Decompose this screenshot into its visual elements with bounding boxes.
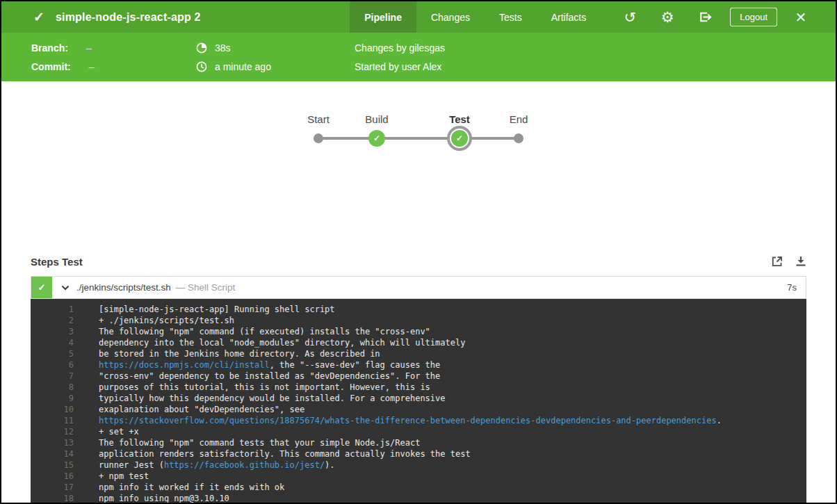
log-segment: dependency into the local "node_modules"… xyxy=(99,338,465,348)
log-segment: "cross-env" dependency to be installed a… xyxy=(99,371,440,381)
log-text: "cross-env" dependency to be installed a… xyxy=(74,371,440,382)
node-label-build: Build xyxy=(365,113,388,125)
gear-icon[interactable]: ⚙ xyxy=(659,9,676,26)
log-text: [simple-node-js-react-app] Running shell… xyxy=(74,304,335,315)
log-segment: runner Jest ( xyxy=(99,460,164,470)
clock-icon xyxy=(196,61,207,72)
log-line: 15runner Jest (https://facebook.github.i… xyxy=(31,460,806,471)
time-ago-value: a minute ago xyxy=(215,61,271,72)
duration-row: 38s xyxy=(196,42,355,54)
log-segment: purposes of this tutorial, this is not i… xyxy=(99,382,430,392)
log-link[interactable]: https://docs.npmjs.com/cli/install xyxy=(99,360,270,370)
line-number[interactable]: 2 xyxy=(31,315,74,326)
console-log[interactable]: 1[simple-node-js-react-app] Running shel… xyxy=(31,299,806,503)
branch-label: Branch: xyxy=(31,42,68,54)
changes-by: Changes by gilesgas xyxy=(355,42,836,54)
log-text: purposes of this tutorial, this is not i… xyxy=(74,382,430,393)
line-number[interactable]: 15 xyxy=(31,460,74,471)
commit-label: Commit: xyxy=(31,61,71,72)
download-icon[interactable] xyxy=(795,255,806,268)
log-line: 11https://stackoverflow.com/questions/18… xyxy=(31,415,806,426)
tab-changes[interactable]: Changes xyxy=(416,1,485,33)
tab-tests[interactable]: Tests xyxy=(485,1,537,33)
log-link[interactable]: https://stackoverflow.com/questions/1887… xyxy=(99,416,717,425)
log-text: dependency into the local "node_modules"… xyxy=(74,337,465,348)
commit-row: Commit: – xyxy=(31,61,196,72)
line-number[interactable]: 17 xyxy=(31,482,74,493)
chevron-down-icon[interactable] xyxy=(52,277,76,298)
log-segment: npm info it worked if it ends with ok xyxy=(99,482,284,492)
log-line: 16+ npm test xyxy=(31,471,806,482)
pipeline-node-build[interactable]: ✓ xyxy=(368,130,385,147)
log-segment: + npm test xyxy=(99,471,149,481)
log-segment: npm info using npm@3.10.10 xyxy=(99,494,229,503)
line-number[interactable]: 6 xyxy=(31,359,74,371)
step-duration: 7s xyxy=(787,277,806,298)
log-text: runner Jest (https://facebook.github.io/… xyxy=(74,460,335,471)
log-segment: be stored in the Jenkins home directory.… xyxy=(99,349,380,359)
line-number[interactable]: 11 xyxy=(31,415,74,426)
node-success-check-icon: ✓ xyxy=(451,130,468,147)
logout-arrow-icon[interactable] xyxy=(697,9,713,26)
log-segment: + set +x xyxy=(99,427,139,437)
line-number[interactable]: 12 xyxy=(31,426,74,437)
log-line: 10exaplanation about "devDependencies", … xyxy=(31,404,806,415)
line-number[interactable]: 1 xyxy=(31,304,74,315)
pipeline-node-end xyxy=(514,133,523,143)
log-line: 6https://docs.npmjs.com/cli/install, the… xyxy=(31,359,806,371)
log-segment: ). xyxy=(325,460,334,470)
log-segment: exaplanation about "devDependencies", se… xyxy=(99,405,304,414)
pipeline-graph: Start Build Test End ✓ ✓ xyxy=(1,81,836,237)
run-title: simple-node-js-react-app 2 xyxy=(56,11,201,24)
log-line: 2+ ./jenkins/scripts/test.sh xyxy=(31,315,806,326)
log-line: 13The following "npm" command tests that… xyxy=(31,437,806,448)
pipeline-edge xyxy=(318,137,519,140)
log-segment: . xyxy=(717,416,722,425)
log-line: 8purposes of this tutorial, this is not … xyxy=(31,382,806,393)
log-text: The following "npm" command (if executed… xyxy=(74,326,430,337)
tab-pipeline[interactable]: Pipeline xyxy=(350,1,416,33)
log-line: 12+ set +x xyxy=(31,426,806,437)
close-icon[interactable]: ✕ xyxy=(793,9,809,26)
line-number[interactable]: 16 xyxy=(31,471,74,482)
line-number[interactable]: 14 xyxy=(31,448,74,460)
line-number[interactable]: 5 xyxy=(31,348,74,359)
line-number[interactable]: 10 xyxy=(31,404,74,415)
steps-section: Steps Test ✓ xyxy=(31,254,806,503)
log-text: + set +x xyxy=(74,426,139,437)
top-bar: ✓ simple-node-js-react-app 2 Pipeline Ch… xyxy=(1,1,836,33)
tab-bar: Pipeline Changes Tests Artifacts xyxy=(350,1,601,33)
line-number[interactable]: 4 xyxy=(31,337,74,348)
log-line: 3The following "npm" command (if execute… xyxy=(31,326,806,337)
pipeline-node-test-selected[interactable]: ✓ xyxy=(447,126,472,151)
pipeline-node-start xyxy=(314,133,323,143)
log-link[interactable]: https://facebook.github.io/jest/ xyxy=(164,460,325,470)
elapsed-time-icon xyxy=(196,42,207,54)
log-line: 14application renders satisfactorily. Th… xyxy=(31,448,806,460)
line-number[interactable]: 7 xyxy=(31,371,74,382)
logout-button[interactable]: Logout xyxy=(730,8,777,26)
run-success-check-icon: ✓ xyxy=(33,9,44,25)
log-text: be stored in the Jenkins home directory.… xyxy=(74,348,380,359)
refresh-icon[interactable]: ↺ xyxy=(621,9,638,26)
tab-artifacts[interactable]: Artifacts xyxy=(537,1,601,33)
log-text: application renders satisfactorily. This… xyxy=(74,448,471,460)
line-number[interactable]: 3 xyxy=(31,326,74,337)
log-text: + npm test xyxy=(74,471,149,482)
branch-row: Branch: – xyxy=(31,42,196,54)
line-number[interactable]: 8 xyxy=(31,382,74,393)
log-line: 18npm info using npm@3.10.10 xyxy=(31,493,806,503)
duration-value: 38s xyxy=(215,42,231,54)
line-number[interactable]: 9 xyxy=(31,393,74,404)
log-line: 4dependency into the local "node_modules… xyxy=(31,337,806,348)
line-number[interactable]: 13 xyxy=(31,437,74,448)
node-label-start: Start xyxy=(307,113,330,125)
step-row-shell-script[interactable]: ✓ ./jenkins/scripts/test.sh — Shell Scri… xyxy=(31,276,806,299)
started-by: Started by user Alex xyxy=(355,61,836,72)
open-in-new-icon[interactable] xyxy=(771,255,783,268)
line-number[interactable]: 18 xyxy=(31,493,74,503)
time-ago-row: a minute ago xyxy=(196,61,355,72)
log-text: exaplanation about "devDependencies", se… xyxy=(74,404,304,415)
log-segment: + ./jenkins/scripts/test.sh xyxy=(99,316,234,325)
step-name: ./jenkins/scripts/test.sh xyxy=(76,277,171,298)
